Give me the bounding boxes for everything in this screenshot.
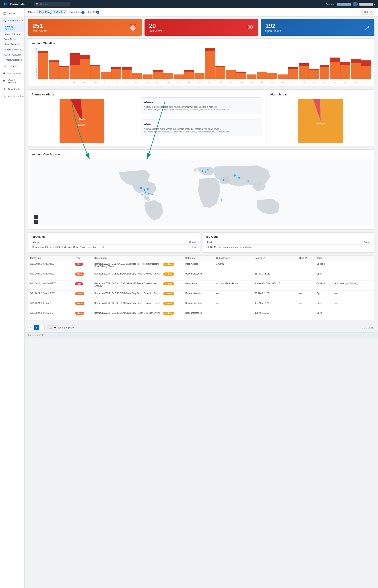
chart-bar-group[interactable] <box>163 48 173 79</box>
downloads-icon: ⬇ <box>2 87 6 91</box>
x-axis-label: 8/27 <box>205 82 215 83</box>
incident-ip1: 1d4b:ea8d:64bc:366b::13 <box>253 281 297 291</box>
table-row[interactable]: 9/11/2024, 9:06 AM EDT Alarm Barracuda X… <box>28 310 374 320</box>
chart-bar-group[interactable] <box>174 48 184 79</box>
page-1-button[interactable]: 1 <box>34 325 39 330</box>
sidebar-item-o365-protection[interactable]: O365 Protection <box>0 52 24 57</box>
chart-bar-group[interactable] <box>80 48 90 79</box>
chart-bar-group[interactable] <box>101 48 111 79</box>
zoom-in-button[interactable]: + <box>34 215 38 219</box>
chart-bar-group[interactable] <box>194 48 204 79</box>
chart-bar-group[interactable] <box>288 48 298 79</box>
chart-bar-group[interactable] <box>90 48 100 79</box>
add-filter-button[interactable]: + Add filter ● <box>69 11 85 14</box>
chart-bar-group[interactable] <box>351 48 361 79</box>
sidebar-item-endpoint-security[interactable]: Endpoint Security <box>0 47 24 52</box>
sidebar-item-soar[interactable]: ⚙ SOAR Settings › <box>0 77 24 86</box>
x-axis-label: 8/24 <box>174 82 184 83</box>
incidents-header-row: Date/Time Type Description Category Subc… <box>28 255 374 261</box>
chart-bar-group[interactable] <box>122 48 132 79</box>
per-page-select[interactable]: 10 25 50 <box>47 325 57 330</box>
add-filter-label: Add filter <box>71 11 81 13</box>
bar-orange-segment <box>361 66 371 79</box>
prev-page-button[interactable]: ‹ <box>28 325 33 330</box>
chart-bar-group[interactable] <box>184 48 194 79</box>
chart-bar-group[interactable] <box>226 48 236 79</box>
search-input[interactable] <box>40 3 67 5</box>
sidebar-item-home-label: Home <box>9 12 15 15</box>
chart-bar-group[interactable] <box>111 48 121 79</box>
zoom-out-button[interactable]: − <box>34 220 38 224</box>
incidents-table: Date/Time Type Description Category Subc… <box>28 255 374 320</box>
chart-bar-group[interactable] <box>49 48 59 79</box>
chart-bar-group[interactable] <box>267 48 277 79</box>
sidebar-item-home[interactable]: 🏠 Home <box>0 10 24 17</box>
table-row[interactable]: 9/11/2024, 10:07 AM EDT Alert Barracuda … <box>28 281 374 291</box>
sidebar-item-threat-advisories[interactable]: Threat Advisories <box>0 57 24 62</box>
chart-bar-group[interactable] <box>143 48 152 79</box>
table-row[interactable]: 9/11/2024, 10:22 AM EDT Alarm Barracuda … <box>28 271 374 281</box>
chart-bar-group[interactable] <box>153 48 163 79</box>
alarms-legend-box: Alarms Activity that is correlated from … <box>141 97 262 114</box>
top-navigation: Barracuda ☰ 🔍 Account: ████████ 👤 ██████… <box>0 0 378 8</box>
logo: Barracuda <box>3 2 25 6</box>
chart-bar-group[interactable] <box>299 48 309 79</box>
table-row[interactable]: GLB.SM.UNI Log Monitoring Degradation 8 <box>206 245 372 250</box>
bar-orange-segment <box>299 66 309 79</box>
sidebar-item-administration[interactable]: 🔧 Administration › <box>0 93 24 100</box>
stat-card-open-tickets[interactable]: 192 Open Tickets ↗ <box>261 19 374 36</box>
col-datetime: Date/Time <box>28 255 73 261</box>
chart-bar-group[interactable] <box>320 48 330 79</box>
sidebar-item-downloads[interactable]: ⬇ Downloads › <box>0 86 24 93</box>
stat-card-total-alerts[interactable]: 20 Total Alerts 👁 <box>145 19 258 36</box>
chart-bar-group[interactable] <box>330 48 340 79</box>
col-ip1: Source IP <box>253 255 297 261</box>
sidebar-item-email-security[interactable]: Email Security <box>0 42 24 47</box>
incident-ip2: — <box>297 281 315 291</box>
chart-bars-area <box>38 48 371 79</box>
table-row[interactable]: 9/11/2024, 9:21 AM EDT Alarm Barracuda X… <box>28 300 374 310</box>
incident-type: Alarm <box>73 291 93 300</box>
chart-bar-group[interactable] <box>247 48 257 79</box>
date-range-filter[interactable]: Date Range: 1 Month ✎ <box>37 10 67 14</box>
search-box[interactable]: 🔍 <box>34 2 69 6</box>
chart-bar-group[interactable] <box>340 48 350 79</box>
chart-bar-group[interactable] <box>59 48 69 79</box>
sidebar-item-infrastructure[interactable]: 🖥 Infrastructure › <box>0 69 24 77</box>
incident-ip2: — <box>297 310 315 320</box>
incident-ip2: — <box>297 300 315 310</box>
chart-bar-group[interactable] <box>278 48 288 79</box>
next-page-button[interactable]: › <box>40 325 45 330</box>
user-avatar[interactable]: 👤 <box>353 1 358 6</box>
table-row[interactable]: 9/11/2024, 9:36 AM EDT Alarm Barracuda X… <box>28 291 374 300</box>
hamburger-icon[interactable]: ☰ <box>28 2 31 6</box>
sidebar-item-view-ticket[interactable]: View Ticket <box>0 37 24 42</box>
chart-bar-group[interactable] <box>236 48 246 79</box>
type-badge: Alarm <box>75 292 84 295</box>
bar-orange-segment <box>205 51 215 79</box>
chart-bar-group[interactable] <box>309 48 319 79</box>
incident-extra: — <box>333 310 374 320</box>
table-row[interactable]: Barracuda XDR - GLB.ID.SEM GuardDuty Rec… <box>31 245 197 250</box>
main-content: Filters: Date Range: 1 Month ✎ + Add fil… <box>25 8 378 588</box>
chart-bar-group[interactable] <box>361 48 371 79</box>
incident-description: Barracuda XDR - GLB.AU.CAS Office 365 Te… <box>93 281 162 291</box>
bar-red-segment <box>80 55 90 59</box>
stat-card-total-alarms[interactable]: 251 Total Alarms ⏰ <box>28 19 142 36</box>
x-axis-label: 8/29 <box>226 82 236 83</box>
sidebar-item-reports[interactable]: 📊 Reports › <box>0 62 24 69</box>
sidebar-item-security-overview[interactable]: Security Overview <box>0 24 24 32</box>
sidebar-item-alarms-alerts[interactable]: Alarms & Alerts <box>0 32 24 37</box>
chart-bar-group[interactable] <box>38 48 48 79</box>
chart-bar-group[interactable] <box>69 48 80 79</box>
sidebar-item-intelligence[interactable]: 🔍 Intelligence ▾ <box>0 17 24 24</box>
clear-all-button[interactable]: Clear All ● <box>86 11 99 14</box>
chart-bar-group[interactable] <box>205 48 215 79</box>
table-row[interactable]: 9/11/2024, 10:33 AM EDT Alert Barracuda … <box>28 261 374 271</box>
chart-bar-group[interactable] <box>257 48 267 79</box>
bar-red-segment <box>340 62 350 65</box>
x-axis-label: 9/4 <box>288 82 298 83</box>
help-button[interactable]: Help ↗ <box>362 10 374 14</box>
chart-bar-group[interactable] <box>216 48 226 79</box>
chart-bar-group[interactable] <box>132 48 142 79</box>
